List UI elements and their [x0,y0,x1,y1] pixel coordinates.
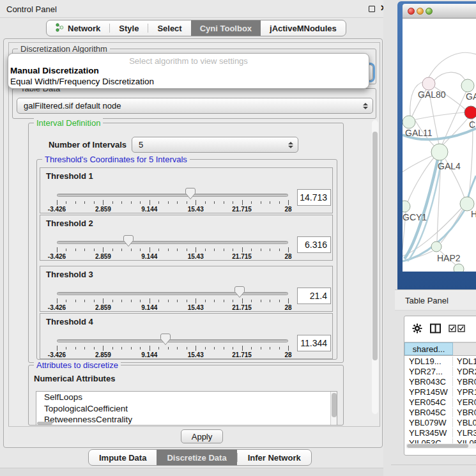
slider-tick [84,201,85,204]
network-edge[interactable] [403,155,433,172]
table-row[interactable]: YER054CYER054C [404,397,476,407]
attributes-list-vscrollbar[interactable] [330,392,337,425]
name-cell[interactable]: YDR27... [453,367,476,376]
table-hscrollbar-thumb[interactable] [407,444,468,448]
table-row[interactable]: YDR27...YDR27... [404,366,476,376]
name-cell[interactable]: YBL079W [453,418,476,427]
network-window-titlebar[interactable] [403,4,476,19]
threshold-3-value-field[interactable]: 21.4 [297,288,331,304]
shared-name-cell[interactable]: YBR043C [404,377,453,387]
network-canvas[interactable]: GAL80GACGAL11GAL4GCY1HHAP2 [403,19,476,272]
tab-style[interactable]: Style [110,20,148,36]
apply-button[interactable]: Apply [181,429,223,443]
shared-name-cell[interactable]: YDR27... [404,367,453,376]
slider-tick [224,347,224,349]
slider-tick [261,300,261,302]
threshold-4-value-field[interactable]: 11.344 [297,335,331,351]
slider-tick-label: -3.426 [48,253,66,260]
attributes-list-hscrollbar[interactable] [37,422,52,425]
network-node[interactable] [431,242,441,252]
gear-icon[interactable] [412,323,422,335]
shared-name-cell[interactable]: YLR345W [404,428,453,438]
shared-name-cell[interactable]: YER054C [404,397,453,407]
list-item[interactable]: SelfLoops [36,392,337,403]
slider-tick [196,298,196,303]
column-header-shared-name[interactable]: shared... [404,342,453,355]
name-cell[interactable]: YLR345W [453,428,476,438]
network-node[interactable] [461,79,474,92]
minimize-traffic-light-icon[interactable] [417,8,424,15]
panel-vscrollbar[interactable] [372,120,378,414]
list-item[interactable]: BetweennessCentrality [36,414,337,426]
network-node-label: GAL4 [438,161,461,171]
algorithm-item-manual[interactable]: Manual Discretization [8,66,369,77]
name-cell[interactable]: YBR043C [453,377,476,387]
apply-bar: Apply [8,426,380,444]
select-columns-icon[interactable] [449,325,465,334]
table-row[interactable]: YPR145WYPR145W [404,387,476,397]
table-hscrollbar[interactable] [406,443,476,449]
shared-name-cell[interactable]: YBL079W [404,418,453,427]
panel-title: Control Panel [6,4,57,14]
slider-tick [150,346,150,351]
network-edge[interactable] [468,176,476,199]
table-row[interactable]: YBL079WYBL079W [404,417,476,427]
slider-tick-label: 21.715 [232,304,252,311]
network-node[interactable] [422,77,435,90]
tab-cyni-toolbox[interactable]: Cyni Toolbox [191,20,261,36]
shared-name-cell[interactable]: YDL19... [404,357,453,366]
tab-discretize-data[interactable]: Discretize Data [157,450,236,465]
network-node[interactable] [431,144,448,160]
slider-track[interactable] [57,194,288,197]
network-window[interactable]: GAL80GACGAL11GAL4GCY1HHAP2 [397,1,476,289]
slider-track[interactable] [57,292,288,295]
threshold-2-value-field[interactable]: 6.316 [297,236,331,253]
table-row[interactable]: YLR345WYLR345W [404,427,476,438]
network-edge[interactable] [443,118,468,145]
network-node[interactable] [403,201,410,212]
shared-name-cell[interactable]: YPR145W [404,387,453,397]
numerical-attributes-label: Numerical Attributes [34,374,115,383]
slider-ticks [57,247,288,253]
network-node[interactable] [464,106,476,119]
table-row[interactable]: YBR045CYBR045C [404,407,476,417]
split-columns-icon[interactable] [430,323,441,335]
list-item[interactable]: TopologicalCoefficient [36,403,337,415]
threshold-1-panel: Threshold 1 -3.4262.8599.14415.4321.7152… [40,167,333,213]
tab-infer-network[interactable]: Infer Network [238,450,311,465]
table-data-combo[interactable]: galFiltered.sif default node [17,98,373,114]
table-row[interactable]: YBR043CYBR043C [404,376,476,387]
algorithm-item-equal-width[interactable]: Equal Width/Frequency Discretization [8,77,369,88]
zoom-traffic-light-icon[interactable] [426,8,433,15]
slider-tick [270,300,270,302]
network-edge[interactable] [415,112,464,119]
tab-impute-data[interactable]: Impute Data [89,450,157,465]
slider-thumb[interactable] [234,286,245,298]
threshold-1-value-field[interactable]: 14.713 [297,189,331,206]
float-window-icon[interactable] [369,6,375,12]
slider-track[interactable] [57,339,288,342]
tab-network[interactable]: Network [47,20,109,36]
numerical-attributes-list[interactable]: SelfLoopsTopologicalCoefficientBetweenne… [36,391,337,426]
network-node[interactable] [403,116,415,128]
attributes-title: Attributes to discretize [34,360,121,370]
name-cell[interactable]: YER054C [453,397,476,407]
name-cell[interactable]: YPR145W [453,387,476,397]
network-edge[interactable] [429,52,476,77]
tab-select[interactable]: Select [148,20,190,36]
panel-vscrollbar-thumb[interactable] [372,132,378,360]
column-header-name[interactable]: name [453,342,476,355]
table-row[interactable]: YDL19...YDL19... [404,356,476,366]
slider-thumb[interactable] [185,188,196,199]
shared-name-cell[interactable]: YBR045C [404,408,453,417]
slider-thumb[interactable] [123,235,134,247]
name-cell[interactable]: YBR045C [453,408,476,417]
name-cell[interactable]: YDL19... [453,357,476,366]
network-edge[interactable] [434,72,465,81]
tab-jactivemnodules[interactable]: jActiveMNodules [261,20,346,36]
slider-thumb[interactable] [160,334,171,345]
close-traffic-light-icon[interactable] [408,8,415,15]
number-of-intervals-combo[interactable]: 5 [132,137,298,153]
slider-track[interactable] [57,241,288,244]
network-node[interactable] [454,264,464,272]
